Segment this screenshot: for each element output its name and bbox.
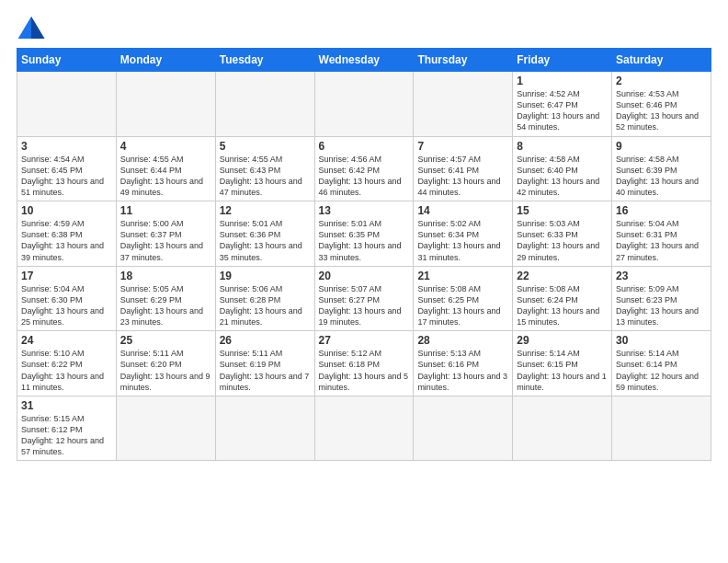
day-number: 1 — [517, 75, 608, 87]
day-number: 17 — [21, 270, 112, 282]
calendar-cell: 6Sunrise: 4:56 AM Sunset: 6:42 PM Daylig… — [314, 136, 414, 201]
weekday-header-tuesday: Tuesday — [215, 49, 314, 72]
day-info: Sunrise: 4:58 AM Sunset: 6:40 PM Dayligh… — [517, 154, 608, 199]
day-number: 29 — [517, 334, 608, 347]
day-number: 9 — [616, 140, 707, 153]
day-number: 22 — [517, 270, 608, 282]
calendar-cell: 27Sunrise: 5:12 AM Sunset: 6:18 PM Dayli… — [314, 331, 414, 396]
calendar-cell — [414, 396, 513, 461]
svg-marker-1 — [31, 17, 44, 39]
calendar-week-row: 24Sunrise: 5:10 AM Sunset: 6:22 PM Dayli… — [17, 331, 711, 396]
day-number: 20 — [319, 270, 410, 282]
calendar-week-row: 3Sunrise: 4:54 AM Sunset: 6:45 PM Daylig… — [17, 136, 711, 201]
calendar-cell: 22Sunrise: 5:08 AM Sunset: 6:24 PM Dayli… — [513, 266, 612, 331]
day-number: 15 — [517, 204, 608, 217]
calendar-cell — [215, 396, 314, 461]
day-info: Sunrise: 4:55 AM Sunset: 6:44 PM Dayligh… — [120, 154, 211, 199]
page: SundayMondayTuesdayWednesdayThursdayFrid… — [0, 0, 728, 563]
calendar-cell: 12Sunrise: 5:01 AM Sunset: 6:36 PM Dayli… — [215, 201, 314, 267]
day-number: 27 — [319, 334, 410, 347]
calendar-cell: 25Sunrise: 5:11 AM Sunset: 6:20 PM Dayli… — [116, 331, 215, 396]
calendar-cell: 5Sunrise: 4:55 AM Sunset: 6:43 PM Daylig… — [215, 136, 314, 201]
day-number: 30 — [616, 334, 707, 347]
day-info: Sunrise: 5:04 AM Sunset: 6:31 PM Dayligh… — [616, 218, 707, 263]
day-info: Sunrise: 5:08 AM Sunset: 6:25 PM Dayligh… — [417, 283, 508, 328]
day-number: 18 — [120, 270, 211, 282]
calendar-cell — [612, 396, 711, 461]
day-number: 12 — [220, 204, 311, 217]
calendar-cell: 21Sunrise: 5:08 AM Sunset: 6:25 PM Dayli… — [414, 266, 513, 331]
header — [17, 15, 711, 40]
calendar-header-row: SundayMondayTuesdayWednesdayThursdayFrid… — [17, 49, 711, 72]
day-number: 28 — [417, 334, 508, 347]
day-info: Sunrise: 4:52 AM Sunset: 6:47 PM Dayligh… — [517, 88, 608, 133]
calendar-cell: 10Sunrise: 4:59 AM Sunset: 6:38 PM Dayli… — [17, 201, 117, 267]
day-info: Sunrise: 4:57 AM Sunset: 6:41 PM Dayligh… — [417, 154, 508, 199]
day-number: 4 — [120, 140, 211, 153]
calendar-cell — [314, 396, 414, 461]
weekday-header-friday: Friday — [513, 49, 612, 72]
day-info: Sunrise: 5:15 AM Sunset: 6:12 PM Dayligh… — [21, 413, 112, 458]
calendar-cell: 28Sunrise: 5:13 AM Sunset: 6:16 PM Dayli… — [414, 331, 513, 396]
calendar-cell: 23Sunrise: 5:09 AM Sunset: 6:23 PM Dayli… — [612, 266, 711, 331]
day-number: 5 — [220, 140, 311, 153]
day-number: 10 — [21, 204, 112, 217]
day-number: 19 — [220, 270, 311, 282]
calendar-cell: 11Sunrise: 5:00 AM Sunset: 6:37 PM Dayli… — [116, 201, 215, 267]
calendar-cell: 30Sunrise: 5:14 AM Sunset: 6:14 PM Dayli… — [612, 331, 711, 396]
day-number: 3 — [21, 140, 112, 153]
day-info: Sunrise: 5:01 AM Sunset: 6:35 PM Dayligh… — [319, 218, 410, 263]
day-info: Sunrise: 5:08 AM Sunset: 6:24 PM Dayligh… — [517, 283, 608, 328]
calendar-cell — [513, 396, 612, 461]
calendar-cell: 31Sunrise: 5:15 AM Sunset: 6:12 PM Dayli… — [17, 396, 117, 461]
calendar-cell: 18Sunrise: 5:05 AM Sunset: 6:29 PM Dayli… — [116, 266, 215, 331]
day-info: Sunrise: 5:07 AM Sunset: 6:27 PM Dayligh… — [319, 283, 410, 328]
calendar-cell — [116, 396, 215, 461]
calendar-cell: 7Sunrise: 4:57 AM Sunset: 6:41 PM Daylig… — [414, 136, 513, 201]
day-info: Sunrise: 4:59 AM Sunset: 6:38 PM Dayligh… — [21, 218, 112, 263]
calendar-cell: 3Sunrise: 4:54 AM Sunset: 6:45 PM Daylig… — [17, 136, 117, 201]
weekday-header-monday: Monday — [116, 49, 215, 72]
calendar-cell: 14Sunrise: 5:02 AM Sunset: 6:34 PM Dayli… — [414, 201, 513, 267]
day-info: Sunrise: 4:54 AM Sunset: 6:45 PM Dayligh… — [21, 154, 112, 199]
day-info: Sunrise: 5:13 AM Sunset: 6:16 PM Dayligh… — [417, 348, 508, 393]
day-number: 14 — [417, 204, 508, 217]
calendar-cell: 9Sunrise: 4:58 AM Sunset: 6:39 PM Daylig… — [612, 136, 711, 201]
day-info: Sunrise: 5:03 AM Sunset: 6:33 PM Dayligh… — [517, 218, 608, 263]
calendar-cell: 2Sunrise: 4:53 AM Sunset: 6:46 PM Daylig… — [612, 72, 711, 137]
day-info: Sunrise: 5:00 AM Sunset: 6:37 PM Dayligh… — [120, 218, 211, 263]
day-info: Sunrise: 5:10 AM Sunset: 6:22 PM Dayligh… — [21, 348, 112, 393]
day-info: Sunrise: 5:09 AM Sunset: 6:23 PM Dayligh… — [616, 283, 707, 328]
day-info: Sunrise: 5:06 AM Sunset: 6:28 PM Dayligh… — [220, 283, 311, 328]
day-number: 2 — [616, 75, 707, 87]
calendar-week-row: 17Sunrise: 5:04 AM Sunset: 6:30 PM Dayli… — [17, 266, 711, 331]
day-info: Sunrise: 5:04 AM Sunset: 6:30 PM Dayligh… — [21, 283, 112, 328]
day-info: Sunrise: 4:53 AM Sunset: 6:46 PM Dayligh… — [616, 88, 707, 133]
day-number: 24 — [21, 334, 112, 347]
weekday-header-sunday: Sunday — [17, 49, 117, 72]
calendar-cell: 17Sunrise: 5:04 AM Sunset: 6:30 PM Dayli… — [17, 266, 117, 331]
calendar-cell: 24Sunrise: 5:10 AM Sunset: 6:22 PM Dayli… — [17, 331, 117, 396]
weekday-header-saturday: Saturday — [612, 49, 711, 72]
weekday-header-thursday: Thursday — [414, 49, 513, 72]
calendar-cell: 19Sunrise: 5:06 AM Sunset: 6:28 PM Dayli… — [215, 266, 314, 331]
calendar-cell — [17, 72, 117, 137]
calendar-cell: 26Sunrise: 5:11 AM Sunset: 6:19 PM Dayli… — [215, 331, 314, 396]
day-number: 16 — [616, 204, 707, 217]
calendar-cell — [314, 72, 414, 137]
logo — [17, 15, 50, 40]
day-info: Sunrise: 5:14 AM Sunset: 6:15 PM Dayligh… — [517, 348, 608, 393]
calendar-week-row: 10Sunrise: 4:59 AM Sunset: 6:38 PM Dayli… — [17, 201, 711, 267]
day-info: Sunrise: 5:01 AM Sunset: 6:36 PM Dayligh… — [220, 218, 311, 263]
day-info: Sunrise: 4:58 AM Sunset: 6:39 PM Dayligh… — [616, 154, 707, 199]
day-number: 25 — [120, 334, 211, 347]
calendar-cell: 20Sunrise: 5:07 AM Sunset: 6:27 PM Dayli… — [314, 266, 414, 331]
day-info: Sunrise: 5:02 AM Sunset: 6:34 PM Dayligh… — [417, 218, 508, 263]
calendar-cell: 4Sunrise: 4:55 AM Sunset: 6:44 PM Daylig… — [116, 136, 215, 201]
calendar-cell: 16Sunrise: 5:04 AM Sunset: 6:31 PM Dayli… — [612, 201, 711, 267]
day-number: 11 — [120, 204, 211, 217]
calendar-week-row: 31Sunrise: 5:15 AM Sunset: 6:12 PM Dayli… — [17, 396, 711, 461]
logo-icon — [17, 15, 46, 40]
day-info: Sunrise: 5:05 AM Sunset: 6:29 PM Dayligh… — [120, 283, 211, 328]
weekday-header-wednesday: Wednesday — [314, 49, 414, 72]
